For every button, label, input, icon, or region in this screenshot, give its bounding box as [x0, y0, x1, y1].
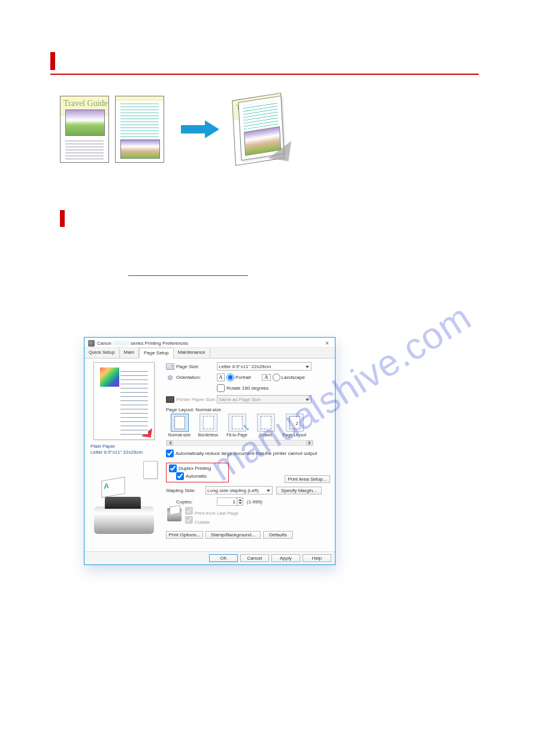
printer-illustration	[88, 482, 160, 534]
automatic-checkbox[interactable]	[176, 472, 184, 480]
dialog-footer: OK Cancel Apply Help	[84, 551, 335, 564]
collate-icon	[167, 508, 182, 521]
paper-size-text: Letter 8.5"x11" 22x28cm	[90, 450, 160, 456]
printer-paper-icon	[166, 396, 174, 403]
layout-scrollbar[interactable]	[166, 440, 313, 446]
landscape-radio[interactable]	[273, 374, 280, 381]
automatic-label: Automatic	[186, 473, 207, 479]
layout-page-layout[interactable]: 2 Page Layout	[281, 414, 308, 437]
cancel-button[interactable]: Cancel	[240, 554, 269, 562]
help-button[interactable]: Help	[303, 554, 331, 562]
illustration-duplex: Travel Guide Travel Guide	[60, 94, 294, 165]
dialog-title: Canon series Printing Preferences	[97, 341, 323, 346]
collate-label: Collate	[195, 520, 210, 525]
stapling-side-value: Long-side stapling (Left)	[207, 488, 259, 493]
landscape-label: Landscape	[282, 375, 305, 380]
print-options-button[interactable]: Print Options...	[166, 531, 203, 539]
portrait-icon: A	[217, 374, 225, 381]
layout-normal-size[interactable]: Normal-size	[166, 414, 193, 437]
illus-band	[116, 96, 164, 101]
layout-scaled[interactable]: Scaled	[252, 414, 279, 437]
page-size-value: Letter 8.5"x11" 22x28cm	[219, 364, 271, 369]
section-marker	[50, 52, 55, 70]
collate-checkbox	[185, 516, 193, 524]
print-from-last-label: Print from Last Page	[195, 511, 238, 516]
printer-paper-size-label: Printer Paper Size:	[176, 397, 217, 402]
page-flip-icon	[140, 425, 152, 437]
portrait-label: Portrait	[235, 375, 251, 380]
link-underline[interactable]	[128, 275, 248, 276]
page-size-label: Page Size:	[176, 364, 217, 369]
illus-page-1: Travel Guide	[60, 96, 109, 163]
printer-paper-size-value: Same as Page Size	[219, 397, 261, 402]
small-page-thumb[interactable]	[143, 461, 158, 479]
page-layout-strip: Normal-size Borderless Fit-to-Page Scale…	[166, 414, 313, 439]
stapling-side-combo[interactable]: Long-side stapling (Left)	[205, 486, 273, 494]
illus-lines	[65, 138, 104, 160]
illus-page-2	[115, 96, 164, 163]
page-size-combo[interactable]: Letter 8.5"x11" 22x28cm	[217, 362, 312, 371]
duplex-highlight-box: Duplex Printing Automatic	[166, 463, 229, 482]
page-layout-label: Page Layout: Normal-size	[166, 407, 330, 412]
printer-body-icon	[94, 506, 154, 534]
printer-icon	[88, 340, 95, 347]
copies-input[interactable]	[217, 497, 237, 506]
orientation-label: Orientation:	[176, 375, 217, 380]
title-prefix: Canon	[97, 341, 111, 346]
apply-button[interactable]: Apply	[271, 554, 300, 562]
output-sheet-icon	[101, 476, 125, 497]
paper-type-text: Plain Paper	[90, 444, 160, 450]
specify-margin-button[interactable]: Specify Margin...	[276, 487, 322, 494]
tab-page-setup[interactable]: Page Setup	[139, 348, 174, 359]
page-preview	[93, 362, 155, 440]
settings-pane: Page Size: Letter 8.5"x11" 22x28cm Orien…	[164, 359, 335, 551]
section-rule	[50, 74, 479, 75]
preview-pane: Plain Paper Letter 8.5"x11" 22x28cm	[84, 359, 164, 551]
layout-fit-to-page[interactable]: Fit-to-Page	[223, 414, 250, 437]
arrow-icon	[181, 120, 223, 138]
title-blank	[113, 341, 129, 345]
print-area-setup-button[interactable]: Print Area Setup...	[285, 475, 330, 483]
layout-pagelayout-caption: Page Layout	[281, 433, 308, 437]
auto-reduce-checkbox[interactable]	[166, 450, 174, 457]
landscape-icon: A	[262, 374, 271, 381]
stapling-side-label: Stapling Side:	[166, 488, 205, 493]
spinner-buttons[interactable]	[237, 497, 243, 506]
stamp-background-button[interactable]: Stamp/Background...	[205, 531, 261, 539]
tab-quick-setup[interactable]: Quick Setup	[84, 348, 120, 358]
layout-fit-caption: Fit-to-Page	[223, 433, 250, 437]
illus-lines	[120, 101, 159, 137]
auto-reduce-label: Automatically reduce large document that…	[176, 451, 317, 456]
rotate-180-checkbox[interactable]	[217, 384, 225, 392]
rotate-180-label: Rotate 180 degrees	[226, 385, 268, 391]
scroll-left-button[interactable]	[167, 441, 173, 445]
defaults-button[interactable]: Defaults	[263, 531, 293, 539]
layout-borderless[interactable]: Borderless	[195, 414, 222, 437]
portrait-radio[interactable]	[226, 374, 234, 381]
illus-folded: Travel Guide	[240, 94, 294, 165]
illus-title-text: Travel Guide	[64, 99, 108, 108]
tab-maintenance[interactable]: Maintenance	[174, 348, 210, 358]
dialog-titlebar[interactable]: Canon series Printing Preferences ×	[84, 338, 335, 348]
section-marker	[60, 210, 65, 227]
tab-main[interactable]: Main	[120, 348, 139, 358]
copies-label: Copies:	[176, 499, 217, 505]
illus-photo	[65, 110, 105, 136]
illus-photo	[120, 139, 160, 159]
ok-button[interactable]: OK	[209, 554, 238, 562]
close-button[interactable]: ×	[323, 340, 331, 347]
paper-info: Plain Paper Letter 8.5"x11" 22x28cm	[88, 444, 160, 456]
page-icon	[166, 363, 174, 370]
copies-spinner[interactable]	[217, 497, 243, 506]
layout-normal-caption: Normal-size	[166, 433, 193, 437]
printing-preferences-dialog: Canon series Printing Preferences × Quic…	[84, 337, 335, 565]
duplex-printing-checkbox[interactable]	[169, 464, 177, 472]
layout-borderless-caption: Borderless	[195, 433, 222, 437]
title-suffix: series Printing Preferences	[131, 341, 188, 346]
printer-paper-size-combo: Same as Page Size	[217, 395, 312, 403]
fold-corner-icon	[268, 138, 291, 161]
scroll-right-button[interactable]	[306, 441, 313, 445]
orientation-icon	[168, 375, 173, 380]
duplex-printing-label: Duplex Printing	[179, 466, 211, 471]
copies-range-label: (1-999)	[247, 499, 262, 505]
